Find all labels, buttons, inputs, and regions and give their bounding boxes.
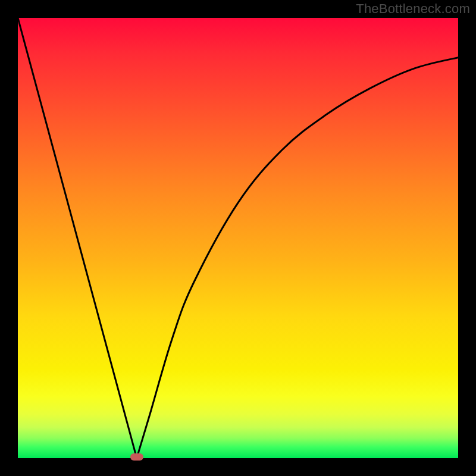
plot-area <box>18 18 458 458</box>
bottleneck-curve <box>18 18 458 458</box>
watermark-text: TheBottleneck.com <box>356 1 470 17</box>
chart-frame: TheBottleneck.com <box>0 0 476 476</box>
optimal-marker <box>130 453 143 461</box>
curve-svg <box>18 18 458 458</box>
